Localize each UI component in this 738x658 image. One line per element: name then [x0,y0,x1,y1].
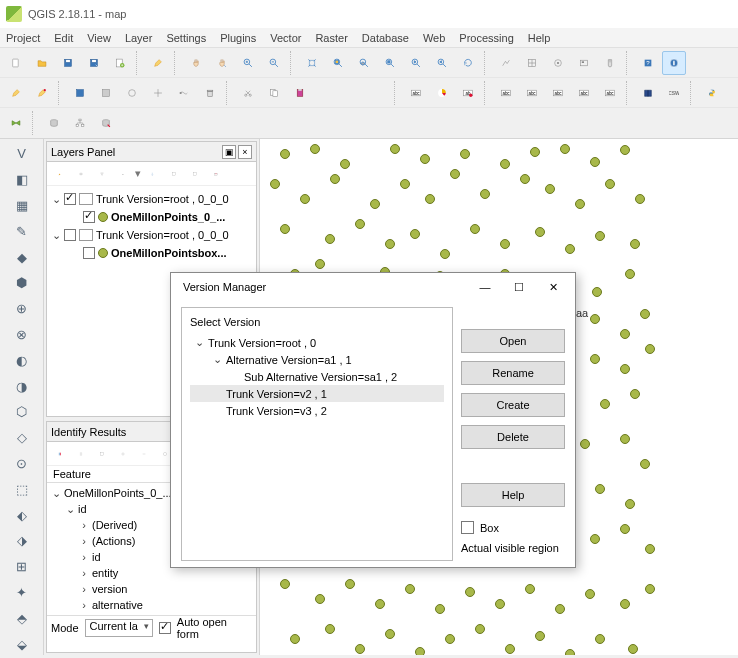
menu-project[interactable]: Project [6,32,40,44]
left-tool-13[interactable]: ⬚ [8,478,36,500]
left-tool-10[interactable]: ⬡ [8,401,36,423]
menu-settings[interactable]: Settings [166,32,206,44]
version-item[interactable]: Sub Alternative Version=sa1 , 2 [190,368,444,385]
close-icon[interactable]: ✕ [539,277,567,297]
identify-row[interactable]: ›version [51,581,252,597]
tool-x3-button[interactable] [546,51,570,75]
version-item[interactable]: Trunk Version=v2 , 1 [190,385,444,402]
cut-button[interactable] [236,81,260,105]
save-as-button[interactable] [82,51,106,75]
left-tool-8[interactable]: ◐ [8,349,36,371]
edit2-button[interactable] [30,81,54,105]
abc-highlight-button[interactable]: ab [456,81,480,105]
minimize-icon[interactable]: — [471,277,499,297]
zoom-in-button[interactable] [236,51,260,75]
remove-layer-button[interactable] [207,165,225,183]
open-project-button[interactable] [30,51,54,75]
menu-database[interactable]: Database [362,32,409,44]
visibility-button[interactable] [72,165,90,183]
csw-button[interactable]: CSW [662,81,686,105]
layer-tree[interactable]: ⌄Trunk Version=root , 0_0_0OneMillonPoin… [47,186,256,266]
zoom-layer-button[interactable] [352,51,376,75]
add-feature-button[interactable] [94,81,118,105]
menu-plugins[interactable]: Plugins [220,32,256,44]
bowtie-button[interactable] [4,111,28,135]
save-button[interactable] [56,51,80,75]
db-connect-button[interactable] [94,111,118,135]
zoom-next-button[interactable] [430,51,454,75]
menu-edit[interactable]: Edit [54,32,73,44]
version-item[interactable]: ⌄Alternative Version=a1 , 1 [190,351,444,368]
left-tool-14[interactable]: ⬖ [8,504,36,526]
help-button[interactable]: ? [636,51,660,75]
left-tool-18[interactable]: ⬘ [8,607,36,629]
delete-button[interactable]: Delete [461,425,565,449]
add-ring-button[interactable] [120,81,144,105]
org-chart-button[interactable] [68,111,92,135]
help-button[interactable]: Help [461,483,565,507]
left-tool-15[interactable]: ⬗ [8,530,36,552]
layer-item[interactable]: OneMillonPoints_0_... [49,208,254,226]
abc-move-button[interactable]: abc [546,81,570,105]
left-tool-2[interactable]: ▦ [8,195,36,217]
new-layer-button[interactable] [108,51,132,75]
pan-to-selection-button[interactable] [210,51,234,75]
move-feature-button[interactable] [146,81,170,105]
create-button[interactable]: Create [461,393,565,417]
layer-group[interactable]: ⌄Trunk Version=root , 0_0_0 [49,226,254,244]
rename-button[interactable]: Rename [461,361,565,385]
python-button[interactable] [700,81,724,105]
layer-group[interactable]: ⌄Trunk Version=root , 0_0_0 [49,190,254,208]
tool-x4-button[interactable] [572,51,596,75]
node-tool-button[interactable] [172,81,196,105]
abc-pin-button[interactable]: abc [494,81,518,105]
style-button[interactable] [51,165,69,183]
id-tool4[interactable] [114,445,132,463]
menu-vector[interactable]: Vector [270,32,301,44]
mode-combo[interactable]: Current la [85,619,153,637]
paste-button[interactable] [288,81,312,105]
abc-change-button[interactable]: abc [598,81,622,105]
tool-x1-button[interactable] [494,51,518,75]
left-tool-1[interactable]: ◧ [8,169,36,191]
refresh-canvas-button[interactable] [456,51,480,75]
left-tool-3[interactable]: ✎ [8,220,36,242]
menu-layer[interactable]: Layer [125,32,153,44]
left-tool-19[interactable]: ⬙ [8,633,36,655]
menu-raster[interactable]: Raster [315,32,347,44]
zoom-native-button[interactable] [378,51,402,75]
maximize-icon[interactable]: ☐ [505,277,533,297]
zoom-out-button[interactable] [262,51,286,75]
menu-help[interactable]: Help [528,32,551,44]
db-cylinder-button[interactable] [42,111,66,135]
abc-rotate-button[interactable]: abc [572,81,596,105]
tool-x2-button[interactable] [520,51,544,75]
left-tool-5[interactable]: ⬢ [8,272,36,294]
id-tool3[interactable] [93,445,111,463]
copy-button[interactable] [262,81,286,105]
left-tool-4[interactable]: ◆ [8,246,36,268]
left-tool-6[interactable]: ⊕ [8,298,36,320]
delete-button[interactable] [198,81,222,105]
version-tree[interactable]: ⌄Trunk Version=root , 0⌄Alternative Vers… [190,334,444,419]
expr-button[interactable]: ε [114,165,132,183]
version-item[interactable]: ⌄Trunk Version=root , 0 [190,334,444,351]
id-tool2[interactable] [72,445,90,463]
collapse-button[interactable] [186,165,204,183]
pan-button[interactable] [184,51,208,75]
menu-web[interactable]: Web [423,32,445,44]
book-button[interactable] [636,81,660,105]
left-tool-17[interactable]: ✦ [8,582,36,604]
edit-pencil-button[interactable] [4,81,28,105]
save-edits-button[interactable] [68,81,92,105]
zoom-selection-button[interactable] [326,51,350,75]
identify-button[interactable]: i [662,51,686,75]
left-tool-16[interactable]: ⊞ [8,556,36,578]
menu-view[interactable]: View [87,32,111,44]
sort-button[interactable] [144,165,162,183]
zoom-last-button[interactable] [404,51,428,75]
undock-icon[interactable]: ▣ [222,145,236,159]
layer-item[interactable]: OneMillonPointsbox... [49,244,254,262]
abc-label-button[interactable]: abc [404,81,428,105]
filter-button[interactable] [93,165,111,183]
